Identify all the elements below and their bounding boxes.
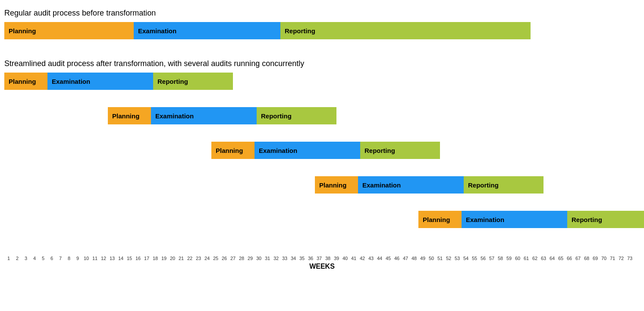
week-tick: 29 [246,256,254,261]
s4-planning: Planning [315,176,358,194]
gantt-row-4: Planning Examination Reporting [315,176,543,194]
week-tick: 28 [237,256,246,261]
s2-reporting-label: Reporting [261,112,292,120]
week-tick: 36 [306,256,315,261]
s1-planning: Planning [4,73,47,90]
week-tick: 59 [505,256,513,261]
week-tick: 40 [341,256,349,261]
regular-examination-label: Examination [138,27,176,35]
week-tick: 24 [203,256,211,261]
week-tick: 41 [349,256,358,261]
s5-examination: Examination [462,211,567,228]
s5-planning: Planning [418,211,462,228]
regular-reporting-label: Reporting [285,27,315,35]
week-tick: 55 [470,256,479,261]
week-tick: 14 [116,256,125,261]
week-tick: 21 [177,256,185,261]
s3-examination: Examination [254,142,360,159]
s2-reporting: Reporting [257,107,336,124]
week-tick: 13 [108,256,116,261]
weeks-label: WEEKS [4,263,640,270]
week-tick: 61 [522,256,531,261]
week-tick: 26 [220,256,229,261]
s3-planning-label: Planning [216,147,243,154]
week-tick: 11 [91,256,99,261]
week-tick: 33 [280,256,289,261]
regular-examination-segment: Examination [134,22,280,39]
week-tick: 54 [462,256,470,261]
week-tick: 47 [401,256,410,261]
regular-planning-segment: Planning [4,22,134,39]
week-tick: 42 [358,256,367,261]
gantt-row-2: Planning Examination Reporting [108,107,336,124]
week-tick: 9 [73,256,82,261]
section1-title: Regular audit process before transformat… [4,9,640,18]
week-tick: 22 [185,256,194,261]
week-tick: 63 [539,256,548,261]
s5-reporting-label: Reporting [572,216,602,223]
week-tick: 32 [272,256,280,261]
week-tick: 20 [168,256,177,261]
week-tick: 4 [30,256,39,261]
gantt-row-1: Planning Examination Reporting [4,73,233,90]
s4-reporting-label: Reporting [468,181,499,189]
week-tick: 18 [151,256,160,261]
week-tick: 34 [289,256,298,261]
week-tick: 71 [608,256,617,261]
week-tick: 16 [134,256,142,261]
s5-reporting: Reporting [567,211,644,228]
week-tick: 7 [56,256,65,261]
s5-examination-label: Examination [466,216,504,223]
regular-bar-row: Planning Examination Reporting [4,22,531,39]
gantt-row-5: Planning Examination Reporting [418,211,644,228]
week-tick: 50 [427,256,436,261]
s4-reporting: Reporting [464,176,543,194]
week-tick: 19 [160,256,168,261]
week-tick: 6 [47,256,56,261]
week-tick: 57 [487,256,496,261]
week-tick: 2 [13,256,22,261]
regular-planning-label: Planning [9,27,36,35]
week-tick: 70 [600,256,608,261]
week-tick: 48 [410,256,418,261]
week-tick: 3 [22,256,30,261]
s3-planning: Planning [211,142,254,159]
week-tick: 10 [82,256,91,261]
s3-examination-label: Examination [259,147,297,154]
week-tick: 44 [375,256,384,261]
week-tick: 45 [384,256,393,261]
week-tick: 69 [591,256,600,261]
week-tick: 72 [617,256,625,261]
week-tick: 1 [4,256,13,261]
s4-planning-label: Planning [319,181,346,189]
week-tick: 68 [582,256,591,261]
s1-reporting: Reporting [153,73,233,90]
s1-planning-label: Planning [9,78,36,85]
week-tick: 73 [625,256,634,261]
week-tick: 64 [548,256,556,261]
week-tick: 53 [453,256,462,261]
s4-examination: Examination [358,176,464,194]
week-tick: 52 [444,256,453,261]
week-tick: 35 [298,256,306,261]
week-tick: 17 [142,256,151,261]
week-tick: 66 [565,256,574,261]
week-tick: 37 [315,256,324,261]
week-tick: 65 [556,256,565,261]
s3-reporting-label: Reporting [364,147,395,154]
week-tick: 51 [436,256,444,261]
week-tick: 60 [513,256,522,261]
week-tick: 39 [332,256,341,261]
s2-examination-label: Examination [155,112,194,120]
week-tick: 58 [496,256,505,261]
week-tick: 62 [531,256,539,261]
s2-planning-label: Planning [112,112,139,120]
s1-examination: Examination [47,73,153,90]
s1-examination-label: Examination [52,78,90,85]
week-axis: 1234567891011121314151617181920212223242… [4,256,634,261]
s3-reporting: Reporting [360,142,440,159]
week-tick: 27 [229,256,237,261]
week-tick: 31 [263,256,272,261]
week-tick: 15 [125,256,134,261]
regular-reporting-segment: Reporting [280,22,531,39]
